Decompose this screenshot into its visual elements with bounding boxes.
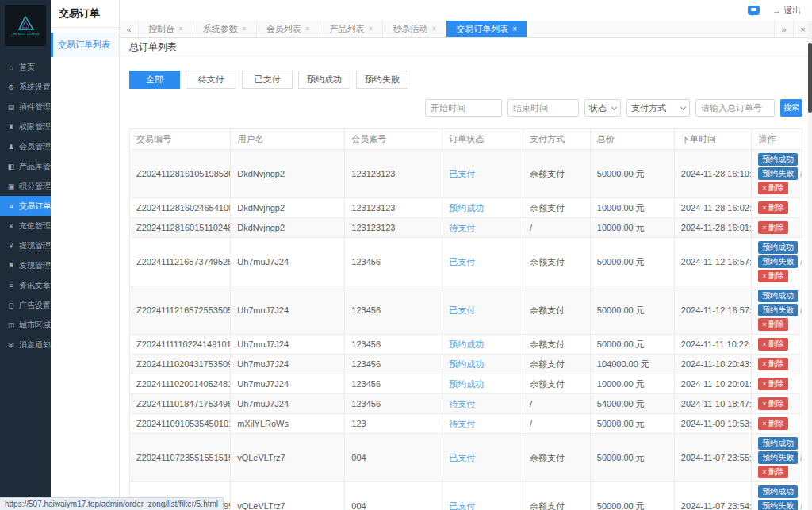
close-tab-icon[interactable]: × (431, 25, 436, 33)
end-time-input[interactable] (508, 99, 579, 117)
sidebar-item-首页[interactable]: ⌂首页 (0, 57, 51, 77)
filter-button-已支付[interactable]: 已支付 (242, 71, 293, 89)
reserve-fail-button[interactable]: 预约失败 (758, 167, 798, 180)
order-status-link[interactable]: 预约成功 (449, 379, 484, 389)
delete-button[interactable]: ×删除 (758, 466, 787, 478)
delete-button[interactable]: ×删除 (758, 318, 787, 331)
delete-button[interactable]: ×删除 (758, 417, 787, 430)
filter-button-待支付[interactable]: 待支付 (186, 71, 236, 89)
close-tab-icon[interactable]: × (242, 25, 247, 33)
logout-button[interactable]: → 退出 (772, 5, 801, 17)
sidebar-item-消息通知[interactable]: ✉消息通知 (0, 335, 51, 355)
table-row: Z2024112816105198536056DkdNvjngp21231231… (130, 150, 802, 198)
sidebar-item-系统设置[interactable]: ⚙系统设置 (0, 77, 51, 97)
sidebar-item-资讯文章[interactable]: ≡资讯文章 (0, 275, 51, 295)
tab-控制台[interactable]: 控制台× (139, 21, 193, 37)
order-status-link[interactable]: 待支付 (449, 223, 475, 232)
order-time-cell: 2024-11-09 10:53:54 (674, 414, 752, 434)
logout-icon: → (772, 6, 781, 15)
pay-method-select[interactable]: 支付方式 (626, 99, 690, 117)
message-icon[interactable] (748, 6, 760, 15)
tabs-collapse-icon[interactable]: « (120, 21, 139, 37)
reserve-success-button[interactable]: 预约成功 (758, 290, 798, 302)
order-status-link[interactable]: 待支付 (449, 419, 475, 428)
search-button[interactable]: 搜索 (780, 99, 802, 117)
delete-button[interactable]: ×删除 (758, 378, 787, 390)
tab-label: 系统参数 (203, 23, 238, 35)
reserve-success-button[interactable]: 预约成功 (758, 153, 798, 166)
order-status-link[interactable]: 预约成功 (449, 359, 484, 369)
tabbar-spacer (527, 21, 774, 37)
reserve-fail-button[interactable]: 预约失败 (758, 451, 798, 464)
tab-秒杀活动[interactable]: 秒杀活动× (383, 21, 446, 37)
sidebar-item-权限管理[interactable]: ♜权限管理 (0, 117, 51, 136)
sidebar-item-发现管理[interactable]: ⚑发现管理 (0, 255, 51, 275)
username-cell: DkdNvjngp2 (231, 218, 345, 238)
delete-button[interactable]: ×删除 (758, 182, 787, 194)
account-cell: 123123123 (345, 198, 442, 218)
scrollbar-track[interactable] (808, 21, 812, 510)
actions-group: ×删除 (758, 338, 795, 351)
tab-会员列表[interactable]: 会员列表× (257, 21, 320, 37)
delete-button[interactable]: ×删除 (758, 270, 787, 282)
reserve-fail-button[interactable]: 预约失败 (758, 255, 798, 268)
orders-table: 交易编号用户名会员账号订单状态支付方式总价下单时间操作 Z20241128161… (129, 128, 802, 510)
scrollbar-thumb[interactable] (808, 43, 812, 113)
delete-button[interactable]: ×删除 (758, 221, 787, 234)
sidebar-item-积分管理[interactable]: ▣积分管理 (0, 176, 51, 196)
sidebar-item-插件管理[interactable]: ▤插件管理 (0, 97, 51, 117)
start-time-input[interactable] (425, 99, 502, 117)
filter-button-预约成功[interactable]: 预约成功 (298, 71, 350, 89)
delete-button[interactable]: ×删除 (758, 397, 787, 410)
delete-button[interactable]: ×删除 (758, 358, 787, 370)
status-cell: 待支付 (442, 394, 523, 414)
sidebar-item-充值管理[interactable]: ¥充值管理 (0, 216, 51, 236)
close-tab-icon[interactable]: × (369, 25, 373, 33)
account-cell: 123456 (345, 335, 442, 355)
tab-系统参数[interactable]: 系统参数× (193, 21, 257, 37)
close-tab-icon[interactable]: × (512, 25, 517, 33)
filter-button-全部[interactable]: 全部 (129, 71, 180, 89)
sidebar-item-城市区域[interactable]: ◫城市区域 (0, 315, 51, 335)
delete-button[interactable]: ×删除 (758, 201, 787, 214)
order-status-link[interactable]: 已支付 (449, 453, 475, 462)
delete-button[interactable]: ×删除 (758, 338, 787, 351)
reserve-fail-line: 预约失败/ (758, 500, 802, 510)
order-status-link[interactable]: 已支付 (449, 257, 475, 267)
reserve-success-button[interactable]: 预约成功 (758, 485, 798, 498)
reserve-success-button[interactable]: 预约成功 (758, 437, 798, 450)
total-price-cell: 50000.00 元 (590, 335, 674, 355)
tabs-expand-icon[interactable]: » (774, 21, 793, 37)
order-status-link[interactable]: 预约成功 (449, 203, 484, 213)
tab-交易订单列表[interactable]: 交易订单列表× (446, 21, 527, 37)
sidebar-item-广告设置[interactable]: ◻广告设置 (0, 295, 51, 315)
sidebar-item-产品库管理[interactable]: ◧产品库管理 (0, 156, 51, 176)
order-status-link[interactable]: 预约成功 (449, 339, 484, 349)
order-status-link[interactable]: 待支付 (449, 399, 475, 408)
order-status-link[interactable]: 已支付 (449, 305, 475, 315)
pay-method-cell: 余额支付 (523, 355, 591, 374)
total-price-cell: 50000.00 元 (590, 238, 674, 286)
slash-separator: / (800, 258, 802, 267)
reserve-fail-button[interactable]: 预约失败 (758, 304, 798, 316)
status-select[interactable]: 状态 (584, 99, 621, 117)
sidebar-item-会员管理[interactable]: ♟会员管理 (0, 136, 51, 156)
tab-产品列表[interactable]: 产品列表× (320, 21, 384, 37)
filter-button-预约失败[interactable]: 预约失败 (356, 71, 408, 89)
close-tab-icon[interactable]: × (305, 25, 310, 33)
sidebar-item-提现管理[interactable]: ¥提现管理 (0, 236, 51, 255)
sidebar-item-交易订单[interactable]: ¤交易订单 (0, 196, 51, 216)
username-cell: Uh7muJ7J24 (231, 335, 345, 355)
notify-icon: ✉ (6, 341, 16, 349)
reserve-success-button[interactable]: 预约成功 (758, 241, 798, 254)
table-row: Z2024111216572553505051Uh7muJ7J24123456已… (130, 286, 802, 335)
actions-cell: 预约成功预约失败/×删除 (752, 434, 802, 482)
actions-cell: ×删除 (752, 374, 802, 394)
order-status-link[interactable]: 已支付 (449, 501, 475, 510)
sidebar-item-label: 发现管理 (19, 260, 51, 271)
order-status-link[interactable]: 已支付 (449, 169, 475, 178)
reserve-fail-button[interactable]: 预约失败 (758, 500, 798, 510)
submenu-item-交易订单列表[interactable]: 交易订单列表 (51, 33, 119, 57)
order-no-input[interactable] (695, 99, 775, 117)
close-tab-icon[interactable]: × (178, 25, 183, 33)
